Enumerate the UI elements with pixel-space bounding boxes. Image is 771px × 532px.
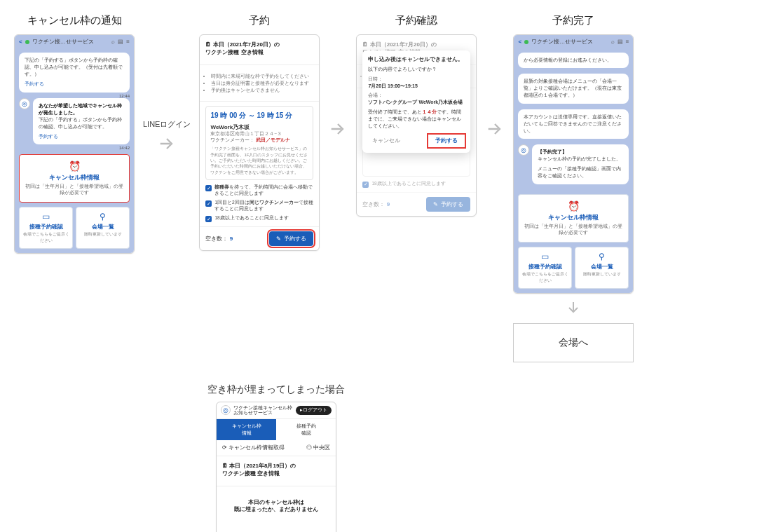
- modal-title: 申し込み後はキャンセルできません。: [368, 56, 465, 63]
- tab-label: キャンセル枠 情報: [232, 423, 261, 435]
- check-text: を持って、予約時間内に会場へ移動できることに同意します: [214, 184, 313, 196]
- chat-body: 下記の「予約する」ボタンから予約枠の確認、申し込みが可能です。（受付は先着順です…: [15, 48, 134, 253]
- dt-value: 7月20日 19:00〜19:15: [368, 83, 417, 88]
- reservation-check-button[interactable]: ▭ 接種予約確認 会場でこちらをご提示ください: [19, 207, 73, 249]
- list-item: 時間内に来場可能な枠で予約をしてください: [211, 73, 313, 80]
- tab-reservation-check[interactable]: 接種予約 確認: [276, 419, 336, 440]
- back-icon[interactable]: <: [19, 39, 22, 45]
- search-icon[interactable]: ⌕: [111, 39, 115, 45]
- ticket-icon: ▭: [22, 212, 69, 221]
- done-body: キャンセル枠の予約が完了しました。: [538, 156, 623, 163]
- chat-text: 最新の対象接種会場はメニューの「会場一覧」よりご確認いただけます。（現在は東京都…: [524, 79, 622, 97]
- arrow-right-icon: [157, 134, 177, 154]
- menu-two-box: ▭ 接種予約確認 会場でこちらをご提示ください ⚲ 会場一覧 随時更新しています: [19, 207, 130, 249]
- phone-filled: ◎ ワクチン接種キャンセル枠 お知らせサービス ▸ログアウト キャンセル枠 情報…: [216, 402, 336, 532]
- check-row[interactable]: ✓18歳以上であることに同意します: [205, 215, 313, 222]
- refresh-icon: ⟳: [222, 444, 227, 451]
- cancel-slot-panel[interactable]: ⏰ キャンセル枠情報 初回は「生年月日」と「接種希望地域」の登録が必要です: [518, 194, 629, 243]
- label: 会場一覧: [578, 263, 625, 271]
- chat-bubble: 本アカウントは送信専用です。直接返信いただいてもご回答できませんのでご注意くださ…: [518, 109, 629, 139]
- checkbox-icon: ✓: [205, 200, 212, 207]
- step-3: 予約確認 🗓 本日（2021年7月20日）の ワクチン接種 空き情報 時間内に来…: [356, 14, 477, 217]
- venue-name: WeWork乃木坂: [210, 123, 308, 131]
- reservation-check-button[interactable]: ▭接種予約確認会場でこちらをご提示ください: [518, 247, 572, 289]
- timestamp: 14:42: [19, 146, 130, 150]
- deadline-note: 受付終了時間まで、あと１４分です。時間までに、ご来場できない場合はキャンセルして…: [368, 109, 465, 129]
- reserve-button[interactable]: ✎予約する: [269, 231, 313, 246]
- date-text: 本日（2021年7月20日）の ワクチン接種 空き情報: [205, 41, 279, 55]
- check-text: 18歳以上であることに同意します: [214, 215, 288, 221]
- label: 接種予約確認: [521, 263, 568, 271]
- clock-icon: ⏰: [25, 161, 123, 172]
- flow-arrow: LINEログイン: [143, 14, 191, 154]
- chat-bold: あなたが希望した地域でキャンセル枠が発生しました。: [39, 102, 124, 116]
- panel-sub: 初回は「生年月日」と「接種希望地域」の登録が必要です: [25, 184, 123, 196]
- info-header: 🗓 本日（2021年7月20日）の ワクチン接種 空き情報: [200, 35, 319, 65]
- notice-list: 時間内に来場可能な枠で予約をしてください 当日は身分証明書と接種券が必要となりま…: [215, 73, 313, 93]
- sublabel: 会場でこちらをご提示ください: [22, 231, 69, 244]
- note-icon[interactable]: ▤: [618, 39, 623, 45]
- btn-label: 予約する: [284, 235, 306, 243]
- step-2-title: 予約: [249, 14, 270, 27]
- panel-title: キャンセル枠情報: [25, 173, 123, 182]
- service-name: ワクチン接種キャンセル枠 お知らせサービス: [233, 405, 292, 416]
- target-icon: ◎: [306, 444, 312, 451]
- empty-message: 本日のキャンセル枠は 既に埋まったか、まだありません: [217, 486, 336, 526]
- pin-icon: ⚲: [79, 212, 126, 221]
- chat-bubble: 下記の「予約する」ボタンから予約枠の確認、申し込みが可能です。（受付は先着順です…: [19, 53, 130, 93]
- count-label: 空き数： 9: [205, 235, 233, 243]
- step-1: キャンセル枠の通知 < ワクチン接…せサービス ⌕ ▤ ≡ 下記の「予約する」ボ…: [14, 14, 135, 254]
- dt-label: 日時：: [368, 76, 383, 81]
- chat-bubble: 【予約完了】 キャンセル枠の予約が完了しました。 メニューの「接種予約確認」画面…: [532, 144, 629, 184]
- reserve-link[interactable]: 予約する: [39, 133, 124, 140]
- reserve-link[interactable]: 予約する: [25, 81, 124, 88]
- chat-bubble: あなたが希望した地域でキャンセル枠が発生しました。 下記の「予約する」ボタンから…: [33, 98, 130, 145]
- back-icon[interactable]: <: [518, 39, 521, 45]
- menu-icon[interactable]: ≡: [126, 39, 130, 45]
- service-icon: ◎: [221, 405, 231, 415]
- phone-step2: 🗓 本日（2021年7月20日）の ワクチン接種 空き情報 時間内に来場可能な枠…: [199, 34, 320, 251]
- modal-cancel-button[interactable]: キャンセル: [368, 135, 404, 147]
- notice-card: 時間内に来場可能な枠で予約をしてください 当日は身分証明書と接種券が必要となりま…: [217, 526, 336, 532]
- label: 会場一覧: [79, 223, 126, 231]
- check-row[interactable]: ✓接種券を持って、予約時間内に会場へ移動できることに同意します: [205, 184, 313, 197]
- venue-list-button[interactable]: ⚲ 会場一覧 随時更新しています: [76, 207, 130, 249]
- arrow-label: LINEログイン: [143, 119, 191, 130]
- list-item: 当日は身分証明書と接種券が必要となります: [211, 80, 313, 87]
- calendar-icon: 🗓: [222, 463, 228, 469]
- tab-label: 接種予約 確認: [296, 423, 316, 435]
- menu-icon[interactable]: ≡: [626, 39, 629, 45]
- step-4: 予約完了 < ワクチン接…せサービス ⌕▤≡ から必要情報の登録にお進みください…: [513, 14, 634, 362]
- time-range: 19 時 00 分 ～ 19 時 15 分: [210, 111, 308, 121]
- arrow-down-icon: [565, 299, 582, 316]
- tab-cancel-info[interactable]: キャンセル枠 情報: [217, 419, 276, 440]
- date-header: 🗓 本日（2021年7月20日）の ワクチン接種 空き情報: [205, 41, 313, 56]
- filled-col: 空き枠が埋まってしまった場合 ◎ ワクチン接種キャンセル枠 お知らせサービス ▸…: [207, 383, 345, 532]
- venue-list-button[interactable]: ⚲会場一覧随時更新しています: [575, 247, 629, 289]
- loc-right[interactable]: ◎ 中央区: [306, 444, 330, 451]
- count-value: 9: [387, 201, 390, 207]
- calendar-icon: 🗓: [362, 41, 368, 48]
- cancel-slot-panel[interactable]: ⏰ キャンセル枠情報 初回は「生年月日」と「接種希望地域」の登録が必要です: [19, 154, 130, 203]
- calendar-icon: 🗓: [205, 41, 211, 48]
- reserve-button: ✎予約する: [426, 197, 470, 212]
- logout-button[interactable]: ▸ログアウト: [296, 406, 332, 415]
- ticket-icon: ▭: [521, 252, 568, 261]
- bot-avatar-icon: ◎: [518, 144, 529, 156]
- phone-step4: < ワクチン接…せサービス ⌕▤≡ から必要情報の登録にお進みください。 最新の…: [513, 34, 634, 294]
- note-icon[interactable]: ▤: [118, 39, 123, 45]
- footer-bar: 空き数： 9 ✎予約する: [200, 226, 319, 250]
- maker-label: ワクチンメーカー：: [210, 137, 254, 142]
- check-row[interactable]: ✓1回目と2回目は同じワクチンメーカーで接種することに同意します: [205, 200, 313, 212]
- check-text: 1回目と2回目は: [214, 200, 249, 205]
- filled-branch: 空き枠が埋まってしまった場合 ◎ ワクチン接種キャンセル枠 お知らせサービス ▸…: [14, 383, 757, 532]
- checkbox-icon: ✓: [205, 216, 212, 222]
- modal-confirm-button[interactable]: 予約する: [428, 135, 465, 147]
- search-icon[interactable]: ⌕: [611, 39, 615, 45]
- tabs: キャンセル枠 情報 接種予約 確認: [217, 419, 336, 440]
- chat-title: ワクチン接…せサービス: [32, 38, 94, 46]
- location-row: ⟳ キャンセル枠情報取得 ◎ 中央区: [217, 440, 336, 456]
- chat-bubble: 最新の対象接種会場はメニューの「会場一覧」よりご確認いただけます。（現在は東京都…: [518, 74, 629, 103]
- phone-step3: 🗓 本日（2021年7月20日）の ワクチン接種 空き情報 時間内に来場可能な枠…: [356, 34, 477, 217]
- label: 空き数：: [362, 201, 385, 207]
